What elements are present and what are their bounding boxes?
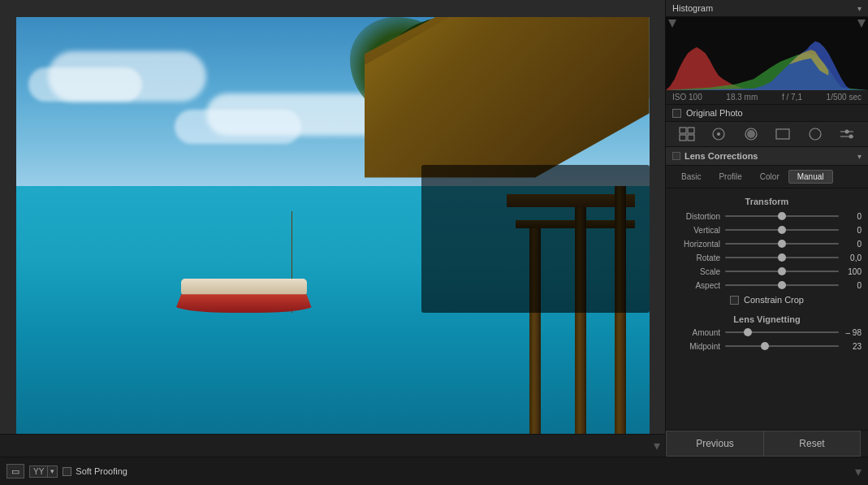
bottom-expand-icon[interactable]: ▾ xyxy=(855,464,862,479)
aspect-value: 0 xyxy=(839,281,862,290)
grid-tool-icon[interactable] xyxy=(676,125,698,143)
exif-iso: ISO 100 xyxy=(672,93,702,102)
panel-menu-icon[interactable]: ▾ xyxy=(857,152,862,161)
yx-toggle[interactable]: YY ▾ xyxy=(29,466,58,478)
boat-hull xyxy=(175,294,314,313)
scale-slider[interactable] xyxy=(725,266,839,276)
svg-point-12 xyxy=(845,130,849,134)
panel-wrapper: Lens Corrections ▾ Basic Profile Color M… xyxy=(666,147,868,430)
constrain-crop-row: Constrain Crop xyxy=(672,295,862,305)
dot-circle-tool-icon[interactable] xyxy=(707,125,730,143)
svg-rect-3 xyxy=(680,135,686,141)
slider-tool-icon[interactable] xyxy=(836,125,858,143)
histogram-svg xyxy=(666,17,868,90)
scale-row: Scale 100 xyxy=(672,266,862,276)
horizontal-label: Horizontal xyxy=(672,240,725,249)
amount-slider[interactable] xyxy=(725,327,839,337)
boat-top xyxy=(181,279,306,296)
midpoint-label: Midpoint xyxy=(672,342,725,351)
boat xyxy=(175,279,314,313)
photo-bottom-bar: ▾ xyxy=(0,434,665,457)
tab-basic[interactable]: Basic xyxy=(672,170,710,184)
photo-background xyxy=(16,17,650,440)
distortion-row: Distortion 0 xyxy=(672,211,862,221)
aspect-slider[interactable] xyxy=(725,280,839,290)
svg-rect-9 xyxy=(776,129,789,139)
vertical-value: 0 xyxy=(839,226,862,235)
cloud-4 xyxy=(175,110,301,144)
panel-bottom-buttons: Previous Reset xyxy=(666,430,868,457)
histogram-header: Histogram ▾ xyxy=(666,0,868,17)
right-panel: Histogram ▾ ISO 100 18.3 mm xyxy=(665,0,868,457)
svg-point-8 xyxy=(747,130,755,138)
vertical-row: Vertical 0 xyxy=(672,225,862,235)
photo-expand-icon[interactable]: ▾ xyxy=(654,438,660,453)
vignetting-amount-row: Amount – 98 xyxy=(672,327,862,337)
tool-icons-row xyxy=(666,121,868,147)
original-photo-row: Original Photo xyxy=(666,105,868,121)
filled-circle-tool-icon[interactable] xyxy=(740,125,762,143)
main-area: ▾ Histogram ▾ xyxy=(0,0,868,457)
panel-header-left: Lens Corrections xyxy=(672,151,758,161)
exif-aperture: f / 7,1 xyxy=(782,93,802,102)
bottom-right-area: ▾ xyxy=(434,464,862,479)
yx-label: YY xyxy=(30,466,48,477)
original-photo-label: Original Photo xyxy=(686,108,743,118)
histogram-menu-icon[interactable]: ▾ xyxy=(857,4,862,13)
rotate-row: Rotate 0,0 xyxy=(672,253,862,262)
photo-area: ▾ xyxy=(0,0,665,457)
reset-button[interactable]: Reset xyxy=(763,431,861,457)
vignetting-midpoint-row: Midpoint 23 xyxy=(672,341,862,351)
scale-value: 100 xyxy=(839,267,862,276)
tab-color[interactable]: Color xyxy=(751,170,788,184)
structure-shadow xyxy=(421,165,650,313)
rotate-value: 0,0 xyxy=(839,253,862,262)
distortion-label: Distortion xyxy=(672,212,725,221)
photo-container xyxy=(16,17,650,440)
aspect-label: Aspect xyxy=(672,281,725,290)
lens-corrections-header: Lens Corrections ▾ xyxy=(666,147,868,166)
tab-manual[interactable]: Manual xyxy=(788,170,833,184)
exif-shutter: 1/500 sec xyxy=(827,93,862,102)
soft-proofing-label: Soft Proofing xyxy=(76,466,127,476)
distortion-value: 0 xyxy=(839,212,862,221)
view-toggle-button[interactable]: ▭ xyxy=(6,464,24,479)
soft-proofing-checkbox[interactable] xyxy=(63,467,71,476)
rotate-slider[interactable] xyxy=(725,253,839,262)
wooden-structure xyxy=(365,17,650,440)
horizontal-value: 0 xyxy=(839,240,862,249)
square-tool-icon[interactable] xyxy=(771,125,794,143)
exif-focal: 18.3 mm xyxy=(726,93,758,102)
previous-button[interactable]: Previous xyxy=(666,431,763,457)
bottom-left: ▭ YY ▾ Soft Proofing xyxy=(6,464,434,479)
cloud-2 xyxy=(28,67,142,102)
constrain-crop-checkbox[interactable] xyxy=(730,296,739,305)
panel-collapse-toggle[interactable] xyxy=(672,152,680,160)
original-photo-checkbox[interactable] xyxy=(672,109,681,118)
vertical-label: Vertical xyxy=(672,226,725,235)
scale-label: Scale xyxy=(672,267,725,276)
outline-circle-tool-icon[interactable] xyxy=(804,125,827,143)
midpoint-slider[interactable] xyxy=(725,341,839,351)
tab-profile[interactable]: Profile xyxy=(710,170,750,184)
distortion-slider[interactable] xyxy=(725,211,839,221)
midpoint-value: 23 xyxy=(839,342,862,351)
vertical-slider[interactable] xyxy=(725,225,839,235)
sliders-section: Transform Distortion 0 Vertical xyxy=(666,188,868,360)
amount-label: Amount xyxy=(672,328,725,337)
svg-rect-2 xyxy=(688,128,694,133)
exif-bar: ISO 100 18.3 mm f / 7,1 1/500 sec xyxy=(666,90,868,105)
horizontal-slider[interactable] xyxy=(725,239,839,249)
panel-inner[interactable]: Lens Corrections ▾ Basic Profile Color M… xyxy=(666,147,868,430)
svg-rect-1 xyxy=(680,128,686,133)
rotate-label: Rotate xyxy=(672,253,725,262)
histogram-canvas xyxy=(666,17,868,90)
yx-arrow-icon: ▾ xyxy=(48,466,57,476)
panel-title: Lens Corrections xyxy=(684,151,758,161)
vignetting-label: Lens Vignetting xyxy=(672,310,862,327)
svg-point-6 xyxy=(717,132,720,136)
bottom-bar: ▭ YY ▾ Soft Proofing ▾ xyxy=(0,457,868,485)
panel-tabs: Basic Profile Color Manual xyxy=(666,166,868,188)
svg-point-10 xyxy=(810,128,821,140)
svg-point-14 xyxy=(849,135,853,139)
